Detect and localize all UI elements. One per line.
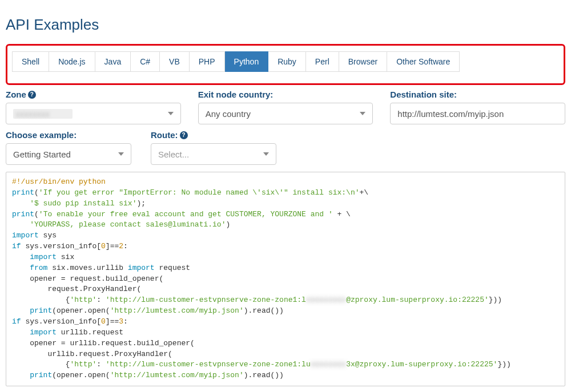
- route-label: Route: ?: [151, 130, 276, 140]
- tab-perl[interactable]: Perl: [306, 51, 339, 72]
- tab-csharp[interactable]: C#: [131, 51, 160, 72]
- dest-site-input[interactable]: [390, 103, 565, 124]
- chevron-down-icon: [263, 152, 269, 156]
- tab-java[interactable]: Java: [95, 51, 131, 72]
- tab-ruby[interactable]: Ruby: [268, 51, 306, 72]
- tab-shell[interactable]: Shell: [12, 51, 49, 72]
- zone-label: Zone ?: [6, 90, 181, 99]
- exit-node-field-group: Exit node country: Any country: [198, 90, 373, 124]
- tab-php[interactable]: PHP: [190, 51, 225, 72]
- tab-python[interactable]: Python: [225, 51, 269, 72]
- choose-example-select[interactable]: Getting Started: [6, 143, 131, 165]
- chevron-down-icon: [360, 112, 365, 115]
- choose-example-label: Choose example:: [6, 130, 131, 140]
- code-example: #!/usr/bin/env python print('If you get …: [6, 172, 565, 386]
- exit-node-select[interactable]: Any country: [198, 103, 373, 124]
- zone-select[interactable]: xxxxxxxx: [6, 103, 181, 124]
- language-tabs: Shell Node.js Java C# VB PHP Python Ruby…: [12, 51, 460, 72]
- route-field-group: Route: ? Select...: [151, 130, 276, 165]
- tab-nodejs[interactable]: Node.js: [49, 51, 95, 72]
- tab-vb[interactable]: VB: [160, 51, 190, 72]
- zone-field-group: Zone ? xxxxxxxx: [6, 90, 181, 124]
- help-icon[interactable]: ?: [28, 91, 36, 99]
- help-icon[interactable]: ?: [180, 131, 188, 139]
- route-select[interactable]: Select...: [151, 143, 276, 165]
- exit-node-value: Any country: [206, 109, 251, 119]
- tab-other-software[interactable]: Other Software: [387, 51, 460, 72]
- page-title: API Examples: [6, 16, 565, 34]
- choose-example-value: Getting Started: [13, 149, 71, 159]
- dest-site-label: Destination site:: [390, 90, 565, 99]
- choose-example-field-group: Choose example: Getting Started: [6, 130, 131, 165]
- chevron-down-icon: [118, 152, 124, 156]
- zone-value-blurred: xxxxxxxx: [13, 109, 73, 119]
- tabs-highlight-box: Shell Node.js Java C# VB PHP Python Ruby…: [6, 44, 565, 85]
- dest-site-field-group: Destination site:: [390, 90, 565, 124]
- tab-browser[interactable]: Browser: [339, 51, 387, 72]
- route-placeholder: Select...: [158, 149, 189, 159]
- chevron-down-icon: [168, 112, 174, 115]
- exit-node-label: Exit node country:: [198, 90, 373, 99]
